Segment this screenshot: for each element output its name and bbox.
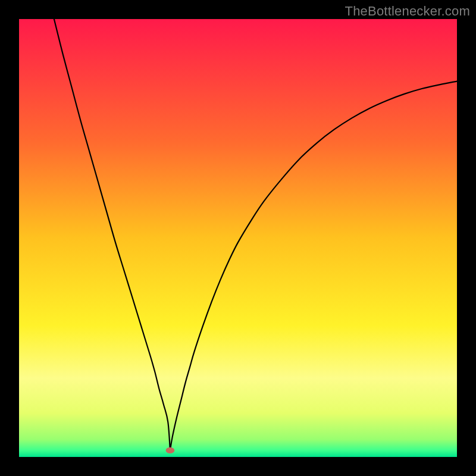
watermark-label: TheBottlenecker.com xyxy=(345,4,470,19)
curve-path xyxy=(54,19,457,450)
bottleneck-curve xyxy=(19,19,457,457)
plot-area xyxy=(19,19,457,457)
minimum-marker xyxy=(166,447,175,453)
chart-frame: TheBottlenecker.com xyxy=(0,0,476,476)
